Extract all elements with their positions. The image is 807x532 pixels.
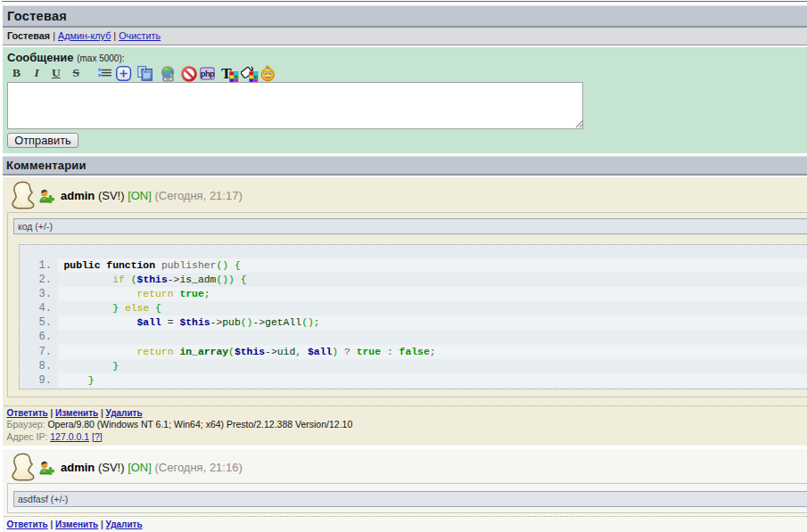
svg-text:php: php [200, 69, 214, 78]
